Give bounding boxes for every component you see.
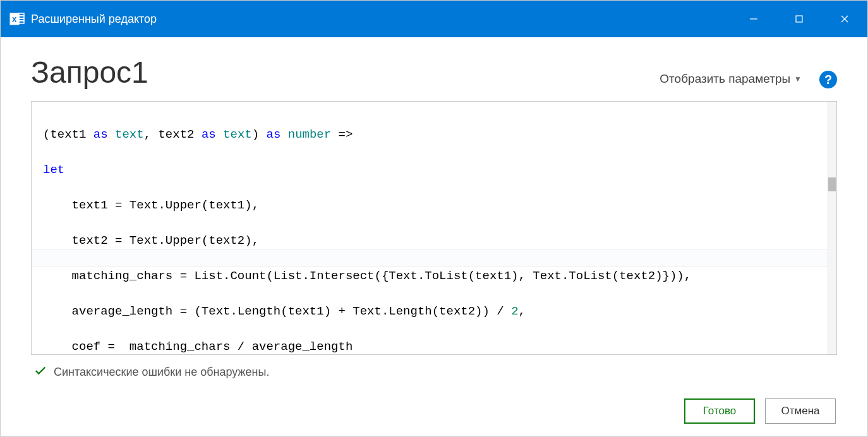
minimize-button[interactable] — [731, 1, 776, 37]
window-controls — [731, 1, 867, 37]
caret-down-icon: ▼ — [794, 75, 802, 83]
display-params-dropdown[interactable]: Отобразить параметры ▼ — [660, 72, 802, 88]
titlebar: X Расширенный редактор — [1, 1, 867, 37]
scrollbar-thumb[interactable] — [828, 177, 836, 191]
current-line-highlight — [32, 249, 828, 267]
header-actions: Отобразить параметры ▼ ? — [660, 71, 837, 90]
help-icon[interactable]: ? — [819, 71, 837, 88]
svg-rect-7 — [796, 16, 802, 22]
header-row: Запрос1 Отобразить параметры ▼ ? — [31, 55, 837, 90]
status-row: Синтаксические ошибки не обнаружены. — [31, 361, 837, 381]
svg-text:X: X — [12, 16, 17, 23]
checkmark-icon — [33, 364, 47, 381]
excel-icon: X — [8, 10, 26, 28]
code-editor[interactable]: (text1 as text, text2 as text) as number… — [31, 101, 837, 355]
code-text[interactable]: (text1 as text, text2 as text) as number… — [32, 102, 836, 355]
vertical-scrollbar[interactable] — [828, 102, 836, 354]
content-area: Запрос1 Отобразить параметры ▼ ? (text1 … — [1, 37, 867, 436]
query-title: Запрос1 — [31, 55, 148, 90]
display-params-label: Отобразить параметры — [660, 72, 790, 86]
window-title: Расширенный редактор — [31, 13, 731, 26]
maximize-button[interactable] — [776, 1, 822, 37]
status-message: Синтаксические ошибки не обнаружены. — [54, 366, 269, 379]
svg-rect-5 — [19, 21, 24, 23]
cancel-button[interactable]: Отмена — [765, 398, 836, 424]
close-button[interactable] — [822, 1, 867, 37]
ok-button[interactable]: Готово — [684, 398, 755, 424]
button-row: Готово Отмена — [31, 398, 837, 424]
